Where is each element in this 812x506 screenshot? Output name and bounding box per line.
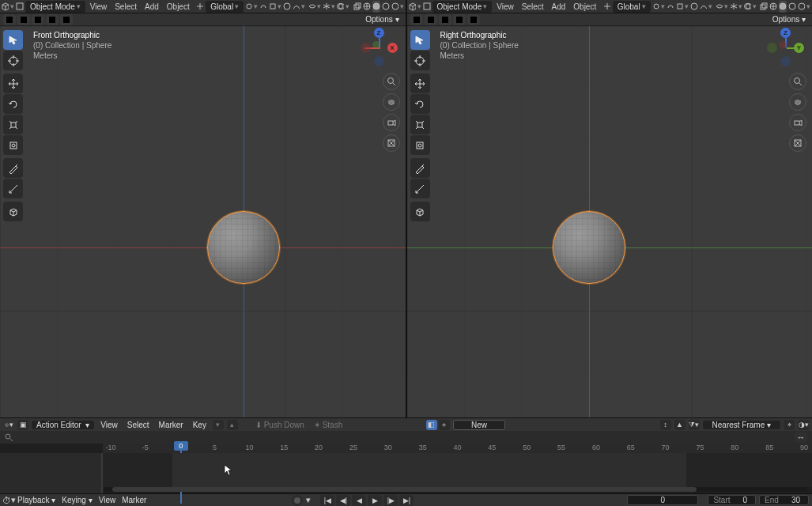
chevron-left-icon[interactable]: ▾ [213,420,224,430]
gizmo-neg-x[interactable] [361,43,371,53]
gizmo-z[interactable]: Z [780,28,791,38]
timeline-editor-icon[interactable]: ⏱▾ [3,495,14,506]
perspective-button[interactable] [789,134,806,152]
overlays-icon[interactable]: ▾ [744,1,757,13]
menu-select[interactable]: Select [519,1,547,13]
gizmo-neg-y[interactable] [767,43,777,53]
menu-select[interactable]: Select [124,421,153,429]
cursor-tool[interactable] [3,51,23,70]
pivot-icon[interactable]: ▾ [245,1,258,13]
menu-add[interactable]: Add [549,1,569,13]
shading-material-icon[interactable] [382,1,390,13]
orientation-icon[interactable] [603,1,611,13]
select-mode-intersect-icon[interactable] [60,14,73,25]
jump-start-button[interactable]: |◀ [320,495,334,506]
transform-tool[interactable] [410,135,430,155]
timeline-scrollbar[interactable] [104,487,807,492]
viewport-right[interactable]: ▾ Object Mode▾ View Select Add Object Gl… [406,0,813,417]
add-cube-tool[interactable] [3,202,23,221]
show-summary-icon[interactable]: ↔ [795,432,807,443]
gizmo-z[interactable]: Z [374,28,384,38]
add-cube-tool[interactable] [410,202,430,221]
menu-marker[interactable]: Marker [119,496,149,504]
select-box-tool[interactable] [3,30,23,50]
scale-tool[interactable] [410,115,430,134]
autokey-toggle[interactable] [292,495,303,506]
snap-toggle-icon[interactable]: ⌖ [784,420,795,430]
menu-view[interactable]: View [96,496,119,504]
mode-select[interactable]: Object Mode▾ [25,1,85,13]
select-mode-invert-icon[interactable] [453,14,466,25]
start-frame-field[interactable]: Start0 [708,495,756,505]
gizmo-x[interactable] [779,41,787,49]
current-frame-field[interactable]: 0 [627,495,698,505]
select-mode-set-icon[interactable] [410,14,423,25]
gizmo-x[interactable]: X [387,43,398,53]
jump-end-button[interactable]: ▶| [399,495,414,506]
perspective-button[interactable] [383,134,400,152]
orientation-select[interactable]: Global▾ [613,1,651,13]
proportional-icon[interactable] [690,1,698,13]
snap-toggle-icon[interactable] [667,1,674,13]
end-frame-field[interactable]: End30 [759,495,809,505]
overlays-icon[interactable]: ▾ [337,1,349,13]
prev-keyframe-button[interactable]: ◀| [336,495,350,506]
shading-rendered-icon[interactable]: ▾ [798,1,810,13]
snap-options-icon[interactable]: ▾ [676,1,689,13]
select-mode-set-icon[interactable] [3,14,16,25]
measure-tool[interactable] [3,179,23,198]
camera-view-button[interactable] [383,114,400,131]
autokey-options-icon[interactable]: ▾ [303,495,314,506]
cursor-tool[interactable] [410,51,430,70]
interaction-mode-icon[interactable] [423,1,431,13]
proportional-options-icon[interactable]: ▾ [700,1,712,13]
move-tool[interactable] [3,74,23,93]
snap-options-icon[interactable]: ▾ [269,1,281,13]
gizmo-toggle-icon[interactable]: ▾ [730,1,742,13]
add-action-icon[interactable]: ＋ [439,420,450,430]
menu-view[interactable]: View [87,1,111,13]
menu-view[interactable]: View [493,1,517,13]
new-action-button[interactable]: New [453,420,505,430]
viewport-canvas[interactable] [0,26,406,417]
xray-icon[interactable] [353,1,361,13]
shading-wire-icon[interactable] [363,1,371,13]
xray-icon[interactable] [760,1,768,13]
nav-gizmo[interactable]: Z Y [768,30,804,66]
channel-list[interactable] [0,453,103,493]
snap-mode[interactable]: Nearest Frame ▾ [703,421,780,429]
editor-type-icon[interactable]: ▾ [2,1,14,13]
chevron-up-icon[interactable]: ▴ [227,420,238,430]
select-box-tool[interactable] [410,30,430,50]
rotate-tool[interactable] [410,94,430,114]
gizmo-toggle-icon[interactable]: ▾ [323,1,335,13]
zoom-button[interactable] [383,73,400,90]
select-mode-subtract-icon[interactable] [32,14,44,25]
menu-view[interactable]: View [97,421,121,429]
viewport-canvas[interactable] [407,26,813,417]
shading-wire-icon[interactable] [769,1,777,13]
snap-toggle-icon[interactable] [259,1,267,13]
action-icon[interactable]: ▣ [17,420,28,430]
menu-keying[interactable]: Keying ▾ [59,496,95,504]
proportional-options-icon[interactable]: ▾ [293,1,305,13]
pan-button[interactable] [789,93,806,111]
menu-playback[interactable]: Playback ▾ [14,496,59,504]
pan-button[interactable] [383,93,400,111]
menu-select[interactable]: Select [111,1,140,13]
search-icon[interactable] [3,432,14,443]
proportional-icon[interactable]: ▲ [674,420,685,430]
menu-marker[interactable]: Marker [156,421,187,429]
action-browse-icon[interactable]: ◧ [426,420,437,430]
menu-object[interactable]: Object [164,1,193,13]
timeline-ruler[interactable]: -10-505101520253035404550556065707580859… [103,444,812,453]
select-mode-subtract-icon[interactable] [439,14,451,25]
play-reverse-button[interactable]: ◀ [352,495,366,506]
interaction-mode-icon[interactable] [16,1,24,13]
ghost-icon[interactable]: ◑▾ [798,420,809,430]
measure-tool[interactable] [410,179,430,198]
gizmo-neg-z[interactable] [780,56,791,66]
viewport-left[interactable]: ▾ Object Mode▾ View Select Add Object Gl… [0,0,406,417]
orientation-select[interactable]: Global▾ [206,1,244,13]
zoom-button[interactable] [789,73,806,90]
